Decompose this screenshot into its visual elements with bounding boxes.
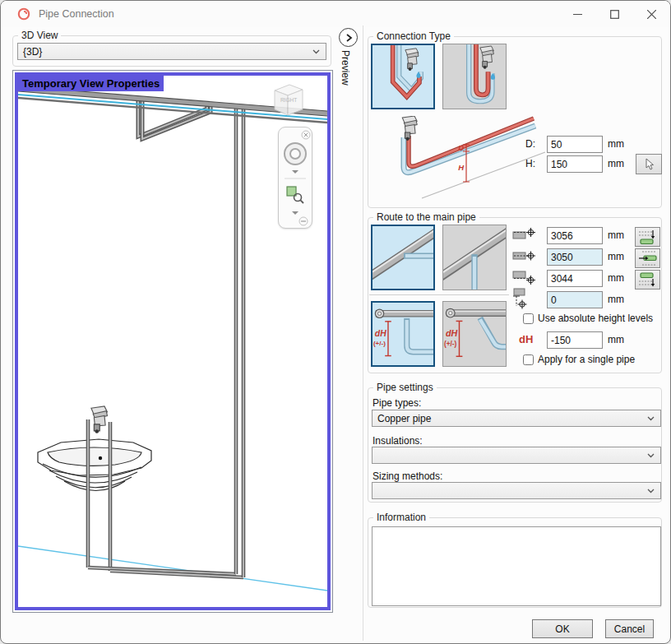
offset-center-input[interactable] (547, 248, 603, 266)
temporary-view-properties-label[interactable]: Temporary View Properties (18, 76, 164, 91)
align-bottom-icon (512, 268, 537, 288)
window-title: Pipe Connection (39, 8, 114, 20)
chevron-down-icon (647, 416, 655, 421)
view-selector-value: {3D} (23, 46, 42, 58)
app-logo-icon (17, 7, 30, 21)
chevron-down-icon (312, 49, 320, 54)
dh-input[interactable] (547, 331, 603, 349)
maximize-button[interactable] (600, 2, 628, 25)
align-top-icon (512, 225, 537, 244)
insulations-label: Insulations: (373, 435, 423, 447)
height-offset-icon (512, 288, 537, 309)
sizing-methods-combo[interactable] (372, 482, 661, 499)
dh-field-label: dH (519, 333, 533, 345)
h-unit-label: mm (608, 158, 624, 169)
d-field-input[interactable] (547, 136, 603, 153)
preview-strip-label: Preview (340, 50, 351, 86)
svg-text:RIGHT: RIGHT (280, 97, 297, 103)
height-offset-input[interactable] (547, 291, 603, 308)
preview-expander-button[interactable] (339, 28, 358, 47)
height-offset-unit: mm (608, 294, 624, 305)
information-label: Information (373, 512, 429, 523)
use-absolute-height-label: Use absolute height levels (538, 313, 653, 324)
sink (38, 439, 151, 491)
h-field-input[interactable] (547, 155, 603, 173)
chevron-right-icon (344, 33, 354, 43)
navigation-bar (278, 127, 312, 229)
ok-button[interactable]: OK (532, 619, 593, 638)
pipe-types-combo[interactable]: Copper pipe (372, 410, 661, 427)
panel-separator (363, 25, 363, 641)
route-option-sloped-drop[interactable]: dH (+/-) (442, 301, 507, 367)
apply-single-pipe-checkbox[interactable] (523, 354, 534, 365)
steering-wheel-icon (285, 143, 306, 164)
close-button[interactable] (637, 2, 665, 25)
svg-text:H: H (458, 163, 465, 172)
connect-center-pipe-button[interactable] (635, 248, 660, 268)
svg-text:dH: dH (375, 329, 386, 338)
connect-below-pipe-button[interactable] (635, 227, 660, 247)
viewport-panel: RIGHT Temporary View Properties (12, 70, 333, 613)
pipe-connection-dialog: Pipe Connection 3D View {3D} (0, 0, 671, 644)
offset-top-input[interactable] (547, 227, 603, 244)
navbar-close-icon (302, 131, 310, 139)
zoom-region-icon (287, 187, 303, 203)
sizing-methods-label: Sizing methods: (373, 470, 442, 482)
pipe-below-icon (638, 229, 658, 245)
navbar-collapse-icon (299, 217, 308, 225)
view-group: 3D View {3D} (12, 35, 331, 67)
cancel-button[interactable]: Cancel (605, 619, 654, 638)
offset-top-unit: mm (608, 229, 624, 241)
connect-above-pipe-button[interactable] (635, 270, 660, 290)
insulations-combo[interactable] (372, 447, 661, 464)
route-option-right-angle-drop[interactable]: dH (+/-) (371, 301, 435, 367)
pipe-center-icon (638, 250, 658, 266)
wheel-options-arrow-icon (292, 170, 298, 174)
route-group-label: Route to the main pipe (373, 211, 479, 223)
offset-center-unit: mm (608, 251, 624, 262)
svg-text:dH: dH (446, 328, 458, 338)
pick-in-model-button[interactable] (636, 154, 662, 174)
d-field-label: D: (525, 138, 535, 150)
chevron-down-icon (647, 489, 655, 493)
drop-pipes-right (236, 106, 243, 577)
svg-text:D: D (458, 143, 464, 152)
d-unit-label: mm (608, 138, 624, 150)
floor-pipes (88, 568, 243, 577)
svg-text:(+/-): (+/-) (373, 340, 386, 347)
pipe-types-label: Pipe types: (373, 397, 421, 409)
view-group-label: 3D View (18, 30, 61, 41)
offset-bottom-unit: mm (608, 272, 624, 284)
align-center-icon (512, 247, 537, 266)
use-absolute-height-checkbox[interactable] (523, 313, 534, 324)
chevron-down-icon (647, 453, 655, 458)
view-cube: RIGHT (275, 85, 303, 115)
view-selector-combo[interactable]: {3D} (17, 43, 326, 60)
pipe-above-icon (638, 271, 658, 288)
titlebar[interactable]: Pipe Connection (1, 1, 670, 27)
route-option-angled-connection[interactable] (371, 225, 435, 290)
apply-single-pipe-label: Apply for a single pipe (538, 354, 635, 365)
offset-bottom-input[interactable] (547, 270, 603, 287)
dh-unit: mm (608, 334, 624, 345)
connection-type-option-loop[interactable] (371, 44, 435, 109)
route-thumbs-divider (369, 294, 509, 295)
cursor-arrow-icon (644, 158, 655, 170)
zoom-options-arrow-icon (292, 211, 298, 215)
pipe-types-value: Copper pipe (377, 413, 431, 424)
connection-type-option-straight[interactable] (442, 44, 507, 109)
h-field-label: H: (525, 158, 535, 169)
pipe-settings-label: Pipe settings (373, 382, 437, 393)
connection-type-label: Connection Type (373, 30, 454, 42)
information-textarea[interactable] (372, 526, 661, 606)
temporary-view-frame: RIGHT Temporary View Properties (15, 72, 331, 610)
svg-text:(+/-): (+/-) (444, 341, 457, 348)
route-option-vertical-connection[interactable] (442, 225, 507, 290)
minimize-button[interactable] (563, 2, 591, 25)
